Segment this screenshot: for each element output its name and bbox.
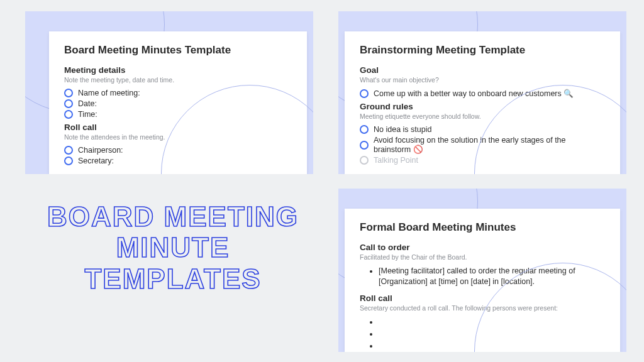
talking-point[interactable]: Name of meeting: xyxy=(64,89,292,97)
card-board-minutes: Board Meeting Minutes Template Meeting d… xyxy=(49,31,307,174)
section-subtitle: Note the attendees in the meeting. xyxy=(64,133,292,141)
page-headline: BOARD MEETING MINUTE TEMPLATES xyxy=(35,201,311,294)
bullet-item-empty xyxy=(379,329,605,339)
talking-point-label: No idea is stupid xyxy=(374,125,431,134)
radio-icon xyxy=(64,156,73,165)
talking-point-label: Talking Point xyxy=(374,156,418,165)
talking-point[interactable]: Date: xyxy=(64,99,292,108)
bullet-item: [Meeting facilitator] called to order th… xyxy=(379,266,605,287)
section-subtitle: What's our main objective? xyxy=(360,76,605,84)
talking-point-label: Time: xyxy=(78,110,97,119)
talking-point-label: Name of meeting: xyxy=(78,89,140,97)
radio-icon xyxy=(360,141,369,150)
section-title-roll-call: Roll call xyxy=(360,293,605,303)
section-subtitle: Meeting etiquette everyone should follow… xyxy=(360,112,605,120)
radio-icon xyxy=(64,146,73,155)
radio-icon xyxy=(64,99,73,108)
talking-point-label: Avoid focusing on the solution in the ea… xyxy=(374,136,605,154)
radio-icon xyxy=(64,110,73,119)
card-title: Board Meeting Minutes Template xyxy=(64,44,292,57)
section-subtitle: Secretary conducted a roll call. The fol… xyxy=(360,304,605,312)
bullet-item-empty xyxy=(379,317,605,327)
card-title: Formal Board Meeting Minutes xyxy=(360,221,605,234)
radio-icon xyxy=(64,89,73,97)
card-brainstorming: Brainstorming Meeting Template Goal What… xyxy=(345,31,620,174)
panel-formal-minutes: Formal Board Meeting Minutes Call to ord… xyxy=(338,189,626,352)
bullet-item-empty xyxy=(379,341,605,351)
radio-icon xyxy=(360,89,369,98)
card-title: Brainstorming Meeting Template xyxy=(360,44,605,57)
section-title-call-to-order: Call to order xyxy=(360,243,605,252)
talking-point-placeholder[interactable]: Talking Point xyxy=(360,156,605,165)
radio-icon xyxy=(360,156,369,165)
bullet-list: [Meeting facilitator] called to order th… xyxy=(360,266,605,287)
talking-point[interactable]: Chairperson: xyxy=(64,146,292,155)
section-subtitle: Facilitated by the Chair of the Board. xyxy=(360,253,605,261)
talking-point-label: Come up with a better way to onboard new… xyxy=(374,89,574,98)
talking-point[interactable]: Come up with a better way to onboard new… xyxy=(360,89,605,98)
section-title-meeting-details: Meeting details xyxy=(64,65,292,75)
radio-icon xyxy=(360,125,369,134)
card-formal-minutes: Formal Board Meeting Minutes Call to ord… xyxy=(345,209,620,352)
talking-point[interactable]: No idea is stupid xyxy=(360,125,605,134)
talking-point-label: Date: xyxy=(78,99,97,108)
talking-point[interactable]: Secretary: xyxy=(64,156,292,165)
panel-board-minutes: Board Meeting Minutes Template Meeting d… xyxy=(25,11,313,174)
panel-brainstorming: Brainstorming Meeting Template Goal What… xyxy=(338,11,626,174)
talking-point-label: Chairperson: xyxy=(78,146,123,155)
section-title-ground-rules: Ground rules xyxy=(360,102,605,111)
talking-point[interactable]: Time: xyxy=(64,110,292,119)
talking-point-label: Secretary: xyxy=(78,156,114,165)
talking-point[interactable]: Avoid focusing on the solution in the ea… xyxy=(360,136,605,154)
section-subtitle: Note the meeting type, date and time. xyxy=(64,76,292,84)
bullet-list xyxy=(360,317,605,351)
section-title-goal: Goal xyxy=(360,65,605,75)
section-title-roll-call: Roll call xyxy=(64,123,292,132)
